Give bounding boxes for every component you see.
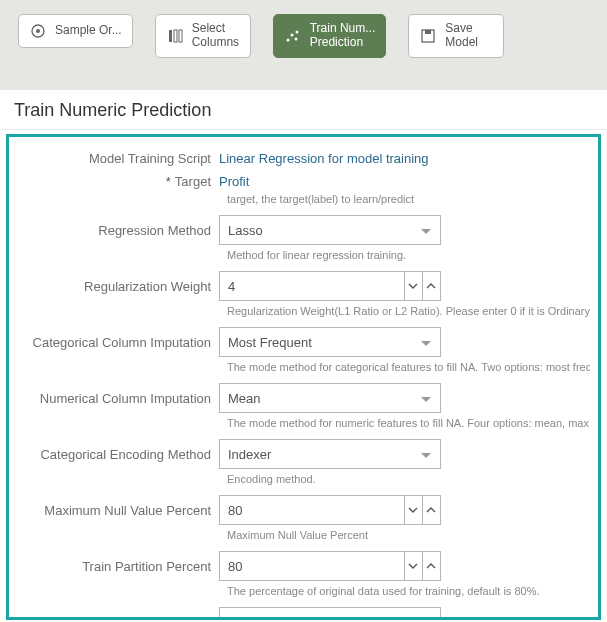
svg-rect-4: [179, 30, 182, 42]
page-title: Train Numeric Prediction: [0, 90, 607, 130]
label-regweight: Regularization Weight: [9, 279, 219, 294]
spinner-up-icon[interactable]: [423, 551, 441, 581]
label-catenc: Categorical Encoding Method: [9, 447, 219, 462]
spinner-down-icon[interactable]: [404, 551, 423, 581]
workflow-node-save[interactable]: Save Model: [408, 14, 504, 58]
label-numimp: Numerical Column Imputation: [9, 391, 219, 406]
columns-icon: [166, 27, 184, 45]
hint-catimp: The mode method for categorical features…: [227, 361, 590, 373]
form-panel: Model Training Script Linear Regression …: [6, 134, 601, 620]
hint-regression: Method for linear regression training.: [227, 249, 406, 261]
value-script[interactable]: Linear Regression for model training: [219, 151, 429, 166]
select-numimp[interactable]: Mean: [219, 383, 441, 413]
scatter-icon: [284, 27, 302, 45]
select-regression[interactable]: Lasso: [219, 215, 441, 245]
hint-train: The percentage of original data used for…: [227, 585, 539, 597]
spinner-regweight: [219, 271, 441, 301]
svg-rect-3: [174, 30, 177, 42]
target-icon: [29, 22, 47, 40]
workflow-node-label: Save Model: [445, 22, 478, 50]
workflow-node-label: Sample Or...: [55, 24, 122, 38]
label-catimp: Categorical Column Imputation: [9, 335, 219, 350]
workflow-node-sample[interactable]: Sample Or...: [18, 14, 133, 48]
spinner-down-icon[interactable]: [404, 271, 423, 301]
svg-rect-2: [169, 30, 172, 42]
workflow-node-select-columns[interactable]: Select Columns: [155, 14, 251, 58]
label-regression: Regression Method: [9, 223, 219, 238]
spinner-null: [219, 495, 441, 525]
select-catimp[interactable]: Most Frequent: [219, 327, 441, 357]
hint-numimp: The mode method for numeric features to …: [227, 417, 590, 429]
spinner-down-icon[interactable]: [404, 495, 423, 525]
select-std[interactable]: True: [219, 607, 441, 620]
input-train[interactable]: [219, 551, 404, 581]
svg-rect-10: [425, 30, 431, 34]
hint-null: Maximum Null Value Percent: [227, 529, 368, 541]
value-target[interactable]: Profit: [219, 174, 249, 189]
label-script: Model Training Script: [9, 151, 219, 166]
label-train: Train Partition Percent: [9, 559, 219, 574]
svg-point-6: [290, 33, 293, 36]
workflow-node-train[interactable]: Train Num... Prediction: [273, 14, 387, 58]
hint-regweight: Regularization Weight(L1 Ratio or L2 Rat…: [227, 305, 590, 317]
label-std: Standardization: [9, 615, 219, 621]
save-icon: [419, 27, 437, 45]
workflow-node-label: Train Num... Prediction: [310, 22, 376, 50]
svg-point-7: [295, 30, 298, 33]
input-regweight[interactable]: [219, 271, 404, 301]
spinner-up-icon[interactable]: [423, 495, 441, 525]
spinner-up-icon[interactable]: [423, 271, 441, 301]
label-target: *Target: [9, 174, 219, 189]
workflow-node-label: Select Columns: [192, 22, 239, 50]
svg-point-1: [36, 29, 40, 33]
input-null[interactable]: [219, 495, 404, 525]
svg-point-8: [294, 37, 297, 40]
hint-catenc: Encoding method.: [227, 473, 316, 485]
label-null: Maximum Null Value Percent: [9, 503, 219, 518]
workflow-bar: Sample Or... Select Columns Train Num...…: [0, 0, 607, 90]
svg-point-5: [286, 38, 289, 41]
select-catenc[interactable]: Indexer: [219, 439, 441, 469]
spinner-train: [219, 551, 441, 581]
hint-target: target, the target(label) to learn/predi…: [227, 193, 414, 205]
